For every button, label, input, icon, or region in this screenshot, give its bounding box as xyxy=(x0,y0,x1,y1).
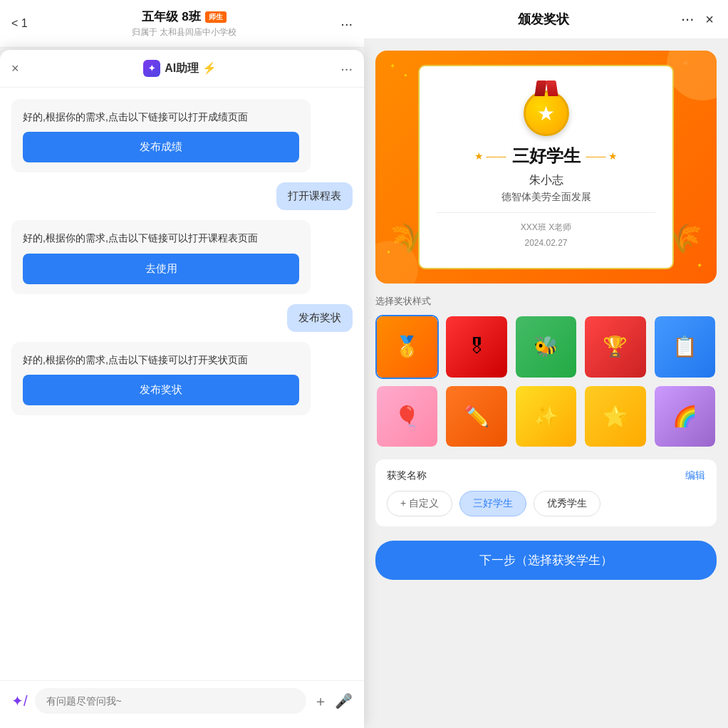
ai-modal-header: × ✦ AI助理 ⚡ ··· xyxy=(0,50,364,88)
style-8-icon: ✨ xyxy=(534,405,558,428)
medal-star-icon: ★ xyxy=(537,102,555,125)
style-item-1[interactable]: 🥇 xyxy=(375,315,439,378)
award-chip-youxiu[interactable]: 优秀学生 xyxy=(534,491,600,516)
ai-modal-close-button[interactable]: × xyxy=(11,61,19,76)
style-10-icon: 🌈 xyxy=(672,405,697,428)
ribbon-right xyxy=(546,80,558,96)
publish-grades-button[interactable]: 发布成绩 xyxy=(23,132,299,162)
style-4-icon: 🏆 xyxy=(603,335,628,358)
magic-icon[interactable]: ✦/ xyxy=(11,692,28,709)
style-item-9[interactable]: 🌟 xyxy=(583,385,647,448)
ai-input-bar: ✦/ ＋ 🎤 xyxy=(0,680,364,728)
style-3-inner: 🐝 xyxy=(516,316,576,377)
user-message-1: 打开课程表 xyxy=(276,182,353,210)
style-1-inner: 🥇 xyxy=(377,316,437,377)
style-1-icon: 🥇 xyxy=(395,335,420,358)
deco-dot-5: ● xyxy=(387,249,390,255)
style-5-inner: 📋 xyxy=(655,316,715,377)
award-chip-custom[interactable]: + 自定义 xyxy=(387,491,452,516)
cert-description: 德智体美劳全面发展 xyxy=(437,191,656,204)
class-more-button[interactable]: ··· xyxy=(340,16,353,32)
style-selector-section: 选择奖状样式 🥇 🎖 🐝 xyxy=(375,295,717,448)
deco-dot-2: ● xyxy=(404,72,407,78)
star-deco-left: ★ —— xyxy=(474,150,506,162)
style-4-inner: 🏆 xyxy=(585,316,645,377)
style-3-icon: 🐝 xyxy=(534,335,558,358)
cert-meta: XXX班 X老师 2024.02.27 xyxy=(437,220,656,251)
ai-message-text-3: 好的,根据你的需求,点击以下链接可以打开奖状页面 xyxy=(23,352,299,368)
class-title: 五年级 8班 师生 xyxy=(28,9,341,25)
class-header-center: 五年级 8班 师生 归属于 太和县闾庙中小学校 xyxy=(28,9,341,38)
cert-stars-deco: ★ —— 三好学生 —— ★ xyxy=(437,145,656,167)
go-use-button[interactable]: 去使用 xyxy=(23,254,299,284)
cert-more-button[interactable]: ··· xyxy=(681,10,694,28)
ai-message-2: 好的,根据你的需求,点击以下链接可以打开课程表页面 去使用 xyxy=(11,220,311,293)
cert-medal: ★ xyxy=(518,80,575,137)
ai-message-text-1: 好的,根据你的需求,点击以下链接可以打开成绩页面 xyxy=(23,109,299,125)
star-deco-right: —— ★ xyxy=(586,150,618,162)
style-item-2[interactable]: 🎖 xyxy=(444,315,508,378)
style-7-inner: ✏️ xyxy=(446,386,506,447)
style-7-icon: ✏️ xyxy=(464,405,489,428)
class-header: < 1 五年级 8班 师生 归属于 太和县闾庙中小学校 ··· xyxy=(0,0,364,48)
style-9-icon: 🌟 xyxy=(603,405,628,428)
back-label: < 1 xyxy=(11,17,28,30)
cert-award-title: 三好学生 xyxy=(512,145,581,167)
left-panel: < 1 五年级 8班 师生 归属于 太和县闾庙中小学校 ··· 归属于 - 第5… xyxy=(0,0,364,728)
style-item-6[interactable]: 🎈 xyxy=(375,385,439,448)
plus-icon[interactable]: ＋ xyxy=(313,692,328,711)
award-edit-button[interactable]: 编辑 xyxy=(685,469,705,482)
next-step-button[interactable]: 下一步（选择获奖学生） xyxy=(375,541,717,580)
mic-icon[interactable]: 🎤 xyxy=(335,692,353,709)
right-panel: 颁发奖状 ··· × ✦ ● ● ✦ ● 🌾 🌾 xyxy=(364,0,728,728)
deco-dot-3: ● xyxy=(683,58,688,68)
style-section-label: 选择奖状样式 xyxy=(375,295,717,308)
ai-modal-more-button[interactable]: ··· xyxy=(340,61,353,77)
ai-message-1: 好的,根据你的需求,点击以下链接可以打开成绩页面 发布成绩 xyxy=(11,99,311,172)
style-5-icon: 📋 xyxy=(672,335,697,358)
style-8-inner: ✨ xyxy=(516,386,576,447)
cert-date: 2024.02.27 xyxy=(437,236,656,251)
teacher-badge: 师生 xyxy=(205,11,227,23)
style-item-8[interactable]: ✨ xyxy=(514,385,578,448)
cert-page-title: 颁发奖状 xyxy=(518,11,569,28)
style-6-icon: 🎈 xyxy=(395,405,420,428)
cert-page-header: 颁发奖状 ··· × xyxy=(364,0,728,39)
award-name-label: 获奖名称 xyxy=(387,469,427,482)
ai-message-3: 好的,根据你的需求,点击以下链接可以打开奖状页面 发布奖状 xyxy=(11,342,311,415)
ai-modal-title: ✦ AI助理 ⚡ xyxy=(143,60,216,77)
ai-message-text-2: 好的,根据你的需求,点击以下链接可以打开课程表页面 xyxy=(23,230,299,246)
award-name-section: 获奖名称 编辑 + 自定义 三好学生 优秀学生 xyxy=(375,459,717,526)
style-item-4[interactable]: 🏆 xyxy=(583,315,647,378)
ai-icon: ✦ xyxy=(143,60,160,77)
cert-close-button[interactable]: × xyxy=(705,11,714,28)
award-chip-sanhao[interactable]: 三好学生 xyxy=(459,491,526,516)
back-button[interactable]: < 1 xyxy=(11,17,28,30)
style-item-10[interactable]: 🌈 xyxy=(653,385,717,448)
class-subtitle: 归属于 太和县闾庙中小学校 xyxy=(28,26,341,38)
style-2-icon: 🎖 xyxy=(467,335,487,358)
ai-icon-symbol: ✦ xyxy=(148,63,155,73)
award-name-chips: + 自定义 三好学生 优秀学生 xyxy=(387,491,705,516)
style-6-inner: 🎈 xyxy=(377,386,437,447)
ai-input-field[interactable] xyxy=(35,688,306,714)
publish-award-button[interactable]: 发布奖状 xyxy=(23,375,299,405)
cert-divider xyxy=(437,212,656,213)
cert-inner: ★ ★ —— 三好学生 —— ★ 朱小志 德智体美劳全面发展 XXX班 X老师 … xyxy=(418,65,675,269)
style-item-5[interactable]: 📋 xyxy=(653,315,717,378)
style-item-3[interactable]: 🐝 xyxy=(514,315,578,378)
cert-content: ✦ ● ● ✦ ● 🌾 🌾 ★ xyxy=(364,39,728,728)
style-grid: 🥇 🎖 🐝 🏆 xyxy=(375,315,717,448)
cert-header-actions: ··· × xyxy=(681,10,714,28)
ribbon-left xyxy=(534,80,546,96)
style-2-inner: 🎖 xyxy=(446,316,506,377)
cert-class-teacher: XXX班 X老师 xyxy=(437,220,656,236)
medal-circle: ★ xyxy=(524,90,569,136)
deco-dot-1: ✦ xyxy=(390,62,395,70)
style-item-7[interactable]: ✏️ xyxy=(444,385,508,448)
deco-dot-4: ✦ xyxy=(697,261,702,269)
cert-preview: ✦ ● ● ✦ ● 🌾 🌾 ★ xyxy=(375,51,717,284)
style-10-inner: 🌈 xyxy=(655,386,715,447)
cert-student-name: 朱小志 xyxy=(437,173,656,188)
user-message-2: 发布奖状 xyxy=(287,304,353,332)
